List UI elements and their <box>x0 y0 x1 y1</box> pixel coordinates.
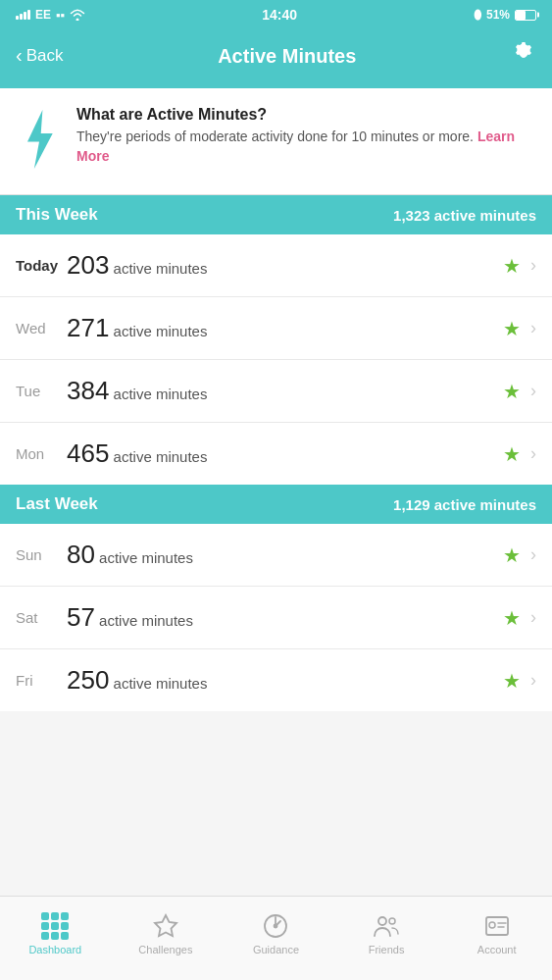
day-minutes: 250 active minutes <box>67 665 503 696</box>
day-name: Today <box>16 257 67 274</box>
this-week-list: Today 203 active minutes ★ › Wed 271 act… <box>0 234 552 485</box>
back-label: Back <box>26 46 64 66</box>
day-actions: ★ › <box>503 254 536 278</box>
day-minutes: 465 active minutes <box>67 438 503 469</box>
nav-item-challenges[interactable]: Challenges <box>111 912 222 955</box>
table-row[interactable]: Fri 250 active minutes ★ › <box>0 649 552 711</box>
info-question: What are Active Minutes? <box>76 106 534 124</box>
this-week-header: This Week 1,323 active minutes <box>0 195 552 234</box>
signal-bars <box>16 10 30 20</box>
table-row[interactable]: Today 203 active minutes ★ › <box>0 234 552 297</box>
this-week-label: This Week <box>16 205 98 225</box>
svg-point-6 <box>378 917 386 925</box>
day-name: Wed <box>16 320 67 336</box>
day-actions: ★ › <box>503 606 536 630</box>
status-bar: EE ▪▪ 14:40 ⬮ 51% <box>0 0 552 29</box>
nav-item-account[interactable]: Account <box>441 912 552 955</box>
star-icon: ★ <box>503 380 521 403</box>
dashboard-icon <box>41 912 69 940</box>
day-actions: ★ › <box>503 380 536 403</box>
last-week-header: Last Week 1,129 active minutes <box>0 485 552 524</box>
chevron-right-icon: › <box>530 318 536 338</box>
svg-marker-0 <box>27 110 53 169</box>
bottom-nav: Dashboard Challenges Guidance Friends <box>0 896 552 980</box>
day-actions: ★ › <box>503 543 536 567</box>
status-left: EE ▪▪ <box>16 8 85 23</box>
nav-item-friends[interactable]: Friends <box>331 912 442 955</box>
this-week-total: 1,323 active minutes <box>393 207 536 224</box>
star-icon: ★ <box>503 669 521 693</box>
back-button[interactable]: ‹ Back <box>16 46 63 67</box>
chevron-right-icon: › <box>530 443 536 464</box>
info-card: What are Active Minutes? They're periods… <box>0 88 552 195</box>
chevron-right-icon: › <box>530 255 536 276</box>
day-minutes: 203 active minutes <box>67 250 503 281</box>
chevron-right-icon: › <box>530 544 536 565</box>
battery-percent: 51% <box>486 8 510 22</box>
day-actions: ★ › <box>503 669 536 693</box>
svg-point-5 <box>275 924 277 927</box>
day-name: Sun <box>16 546 67 563</box>
nav-label-account: Account <box>477 944 517 955</box>
challenges-icon <box>152 912 179 940</box>
day-name: Tue <box>16 383 67 399</box>
day-name: Mon <box>16 445 67 462</box>
wifi-icon-svg <box>70 9 85 21</box>
svg-marker-1 <box>155 915 176 936</box>
day-minutes: 57 active minutes <box>67 602 503 633</box>
last-week-total: 1,129 active minutes <box>393 496 536 513</box>
star-icon: ★ <box>503 543 521 567</box>
chevron-right-icon: › <box>530 670 536 691</box>
svg-point-7 <box>389 918 395 924</box>
nav-label-friends: Friends <box>369 944 405 955</box>
status-time: 14:40 <box>262 7 297 23</box>
table-row[interactable]: Sun 80 active minutes ★ › <box>0 524 552 587</box>
header: ‹ Back Active Minutes <box>0 29 552 88</box>
star-icon: ★ <box>503 606 521 630</box>
nav-item-guidance[interactable]: Guidance <box>221 912 331 955</box>
nav-label-dashboard: Dashboard <box>28 944 81 955</box>
day-minutes: 80 active minutes <box>67 540 503 570</box>
guidance-icon <box>262 912 289 940</box>
day-actions: ★ › <box>503 317 536 340</box>
nav-label-guidance: Guidance <box>253 944 299 955</box>
last-week-label: Last Week <box>16 494 98 514</box>
day-name: Sat <box>16 609 67 626</box>
star-icon: ★ <box>503 254 521 278</box>
info-description: They're periods of moderate activity don… <box>76 128 534 166</box>
info-text: What are Active Minutes? They're periods… <box>76 106 534 166</box>
battery-icon <box>515 10 536 21</box>
last-week-list: Sun 80 active minutes ★ › Sat 57 active … <box>0 524 552 711</box>
wifi-icon: ▪▪ <box>56 8 65 23</box>
star-icon: ★ <box>503 317 521 340</box>
back-chevron-icon: ‹ <box>16 44 23 67</box>
star-icon: ★ <box>503 442 521 466</box>
day-name: Fri <box>16 672 67 689</box>
content-area: What are Active Minutes? They're periods… <box>0 88 552 799</box>
chevron-right-icon: › <box>530 607 536 628</box>
table-row[interactable]: Tue 384 active minutes ★ › <box>0 360 552 423</box>
gear-icon <box>511 40 536 66</box>
nav-item-dashboard[interactable]: Dashboard <box>0 912 111 955</box>
day-minutes: 384 active minutes <box>67 376 503 406</box>
day-actions: ★ › <box>503 442 536 466</box>
account-icon <box>483 912 511 940</box>
nav-label-challenges: Challenges <box>138 944 192 955</box>
lightning-icon <box>18 110 61 177</box>
table-row[interactable]: Wed 271 active minutes ★ › <box>0 297 552 360</box>
status-right: ⬮ 51% <box>474 7 536 23</box>
page-title: Active Minutes <box>218 45 356 68</box>
table-row[interactable]: Mon 465 active minutes ★ › <box>0 423 552 485</box>
chevron-right-icon: › <box>530 381 536 401</box>
day-minutes: 271 active minutes <box>67 313 503 343</box>
settings-button[interactable] <box>511 40 536 72</box>
carrier-label: EE <box>35 8 51 22</box>
table-row[interactable]: Sat 57 active minutes ★ › <box>0 587 552 649</box>
friends-icon <box>373 912 400 940</box>
bluetooth-icon: ⬮ <box>474 7 481 23</box>
svg-point-9 <box>489 922 495 928</box>
